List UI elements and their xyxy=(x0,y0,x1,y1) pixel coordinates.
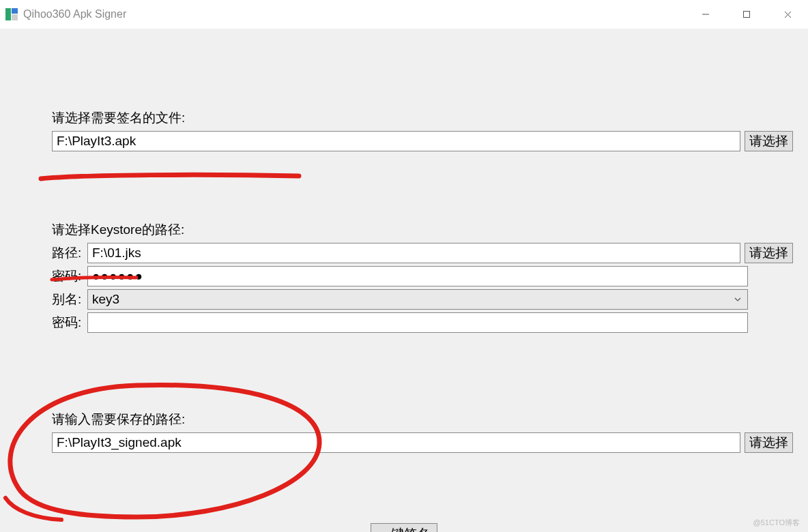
output-browse-button[interactable]: 请选择 xyxy=(745,432,793,453)
section-keystore: 请选择Keystore的路径: 路径: F:\01.jks 请选择 密码: ●●… xyxy=(52,221,793,333)
window-title: Qihoo360 Apk Signer xyxy=(23,8,685,20)
window-controls xyxy=(685,0,808,29)
maximize-button[interactable] xyxy=(726,0,767,29)
section-file: 请选择需要签名的文件: F:\PlayIt3.apk 请选择 xyxy=(52,109,793,151)
keystore-path-label: 路径: xyxy=(52,244,87,262)
alias-dropdown[interactable]: key3 xyxy=(87,289,748,310)
app-icon xyxy=(5,8,18,20)
file-section-label: 请选择需要签名的文件: xyxy=(52,109,793,127)
key-password-input[interactable] xyxy=(87,312,748,333)
watermark: @51CTO博客 xyxy=(753,518,800,528)
minimize-icon xyxy=(702,10,710,18)
keystore-browse-button[interactable]: 请选择 xyxy=(745,243,793,263)
close-button[interactable] xyxy=(767,0,808,29)
keystore-path-input[interactable]: F:\01.jks xyxy=(87,243,740,263)
file-path-input[interactable]: F:\PlayIt3.apk xyxy=(52,131,740,151)
client-area: 请选择需要签名的文件: F:\PlayIt3.apk 请选择 请选择Keysto… xyxy=(0,29,808,453)
titlebar: Qihoo360 Apk Signer xyxy=(0,0,808,29)
minimize-button[interactable] xyxy=(685,0,726,29)
svg-rect-4 xyxy=(744,12,750,18)
close-icon xyxy=(783,10,792,19)
maximize-icon xyxy=(742,10,751,18)
sign-button[interactable]: 一键签名 xyxy=(371,523,437,532)
output-path-input[interactable]: F:\PlayIt3_signed.apk xyxy=(52,432,740,453)
svg-rect-2 xyxy=(12,14,18,20)
chevron-down-icon xyxy=(734,295,742,304)
file-browse-button[interactable]: 请选择 xyxy=(745,131,793,151)
alias-label: 别名: xyxy=(52,291,87,308)
key-password-label: 密码: xyxy=(52,314,87,331)
svg-rect-0 xyxy=(5,8,11,20)
keystore-password-label: 密码: xyxy=(52,267,87,285)
keystore-password-input[interactable]: ●●●●●● xyxy=(87,266,748,286)
section-output: 请输入需要保存的路径: F:\PlayIt3_signed.apk 请选择 xyxy=(52,411,793,453)
alias-value: key3 xyxy=(92,292,119,307)
keystore-section-label: 请选择Keystore的路径: xyxy=(52,221,793,239)
svg-rect-1 xyxy=(12,8,18,14)
output-section-label: 请输入需要保存的路径: xyxy=(52,411,793,428)
